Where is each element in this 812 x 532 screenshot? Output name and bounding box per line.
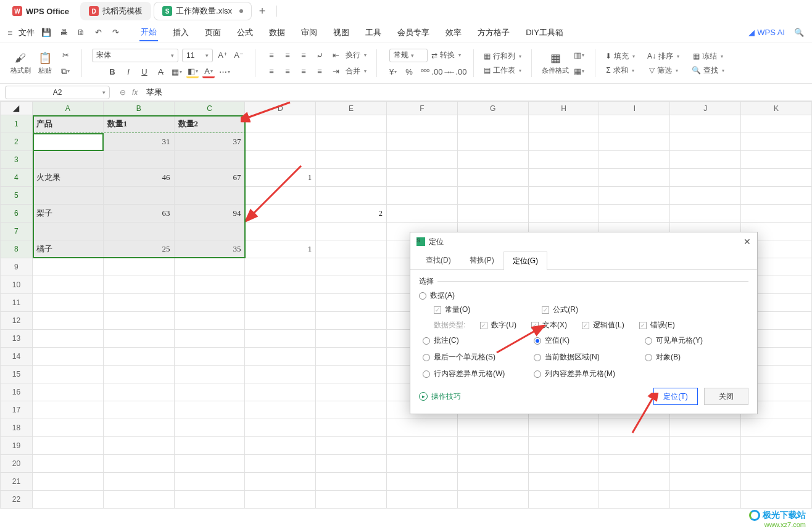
align-middle-icon[interactable]: ≡ xyxy=(281,49,294,62)
tips-link[interactable]: ▸操作技巧 xyxy=(419,391,461,402)
cell-I18[interactable] xyxy=(599,419,670,437)
cell-F21[interactable] xyxy=(387,473,458,491)
cell-A13[interactable] xyxy=(32,330,103,348)
cell-C6[interactable]: 94 xyxy=(174,205,245,223)
cell-J4[interactable] xyxy=(670,169,741,187)
cell-F3[interactable] xyxy=(387,151,458,169)
cell-F5[interactable] xyxy=(387,187,458,205)
cell-H4[interactable] xyxy=(528,169,599,187)
row-header-14[interactable]: 14 xyxy=(1,348,33,366)
phonetic-icon[interactable]: ⋯ xyxy=(218,66,231,78)
cell-E12[interactable] xyxy=(316,312,387,330)
cell-E21[interactable] xyxy=(316,473,387,491)
tab-formula[interactable]: 公式 xyxy=(236,25,254,41)
cell-C22[interactable] xyxy=(174,491,245,509)
cell-B20[interactable] xyxy=(103,455,174,473)
cell-A12[interactable] xyxy=(32,312,103,330)
cell-C11[interactable] xyxy=(174,294,245,312)
cell-B21[interactable] xyxy=(103,473,174,491)
cell-C15[interactable] xyxy=(174,366,245,383)
tab-templates[interactable]: D 找稻壳模板 xyxy=(80,2,151,20)
row-header-22[interactable]: 22 xyxy=(1,491,33,509)
cell-C1[interactable]: 数量2 xyxy=(174,115,245,133)
row-header-17[interactable]: 17 xyxy=(1,401,33,419)
cell-B4[interactable]: 46 xyxy=(103,169,174,187)
tab-review[interactable]: 审阅 xyxy=(300,25,318,41)
col-header-K[interactable]: K xyxy=(741,102,812,115)
format-painter-button[interactable]: 🖌格式刷 xyxy=(10,52,31,75)
cell-F19[interactable] xyxy=(387,437,458,455)
currency-icon[interactable]: ¥ xyxy=(387,66,399,78)
cell-D5[interactable] xyxy=(245,187,316,205)
border-icon[interactable]: ▦ xyxy=(170,66,183,78)
cell-A15[interactable] xyxy=(32,366,103,383)
cell-D20[interactable] xyxy=(245,455,316,473)
cell-A2[interactable]: 苹果 xyxy=(32,133,103,151)
col-header-D[interactable]: D xyxy=(245,102,316,115)
cell-K18[interactable] xyxy=(741,419,812,437)
cell-I19[interactable] xyxy=(599,437,670,455)
cell-D14[interactable] xyxy=(245,348,316,366)
cell-B9[interactable] xyxy=(103,258,174,276)
cell-E6[interactable]: 2 xyxy=(316,205,387,223)
row-header-20[interactable]: 20 xyxy=(1,455,33,473)
cell-B5[interactable] xyxy=(103,187,174,205)
cell-A8[interactable]: 橘子 xyxy=(32,240,103,258)
cell-E9[interactable] xyxy=(316,258,387,276)
cell-F1[interactable] xyxy=(387,115,458,133)
cell-B11[interactable] xyxy=(103,294,174,312)
cell-I2[interactable] xyxy=(599,133,670,151)
font-size-select[interactable]: 11▾ xyxy=(182,49,213,62)
cell-C4[interactable]: 67 xyxy=(174,169,245,187)
col-header-E[interactable]: E xyxy=(316,102,387,115)
cell-B10[interactable] xyxy=(103,276,174,294)
cell-B17[interactable] xyxy=(103,401,174,419)
cell-B13[interactable] xyxy=(103,330,174,348)
row-header-7[interactable]: 7 xyxy=(1,223,33,240)
cell-E22[interactable] xyxy=(316,491,387,509)
cell-C17[interactable] xyxy=(174,401,245,419)
cell-G20[interactable] xyxy=(457,455,528,473)
tab-diy[interactable]: DIY工具箱 xyxy=(524,25,565,41)
cell-D16[interactable] xyxy=(245,383,316,401)
tab-find[interactable]: 查找(D) xyxy=(416,251,460,269)
cell-F6[interactable] xyxy=(387,205,458,223)
row-header-18[interactable]: 18 xyxy=(1,419,33,437)
align-top-icon[interactable]: ≡ xyxy=(265,49,278,62)
cell-G21[interactable] xyxy=(457,473,528,491)
tab-goto[interactable]: 定位(G) xyxy=(503,252,547,270)
tab-workbook[interactable]: S 工作簿数量.xlsx xyxy=(154,2,252,20)
cell-J20[interactable] xyxy=(670,455,741,473)
cell-A5[interactable] xyxy=(32,187,103,205)
cell-B16[interactable] xyxy=(103,383,174,401)
rowcol-button[interactable]: ▦ 行和列 xyxy=(484,51,521,62)
cell-D21[interactable] xyxy=(245,473,316,491)
cell-A16[interactable] xyxy=(32,383,103,401)
cell-B15[interactable] xyxy=(103,366,174,383)
cell-D2[interactable] xyxy=(245,133,316,151)
cell-K19[interactable] xyxy=(741,437,812,455)
cell-D19[interactable] xyxy=(245,437,316,455)
row-header-12[interactable]: 12 xyxy=(1,312,33,330)
cell-C3[interactable] xyxy=(174,151,245,169)
col-header-I[interactable]: I xyxy=(599,102,670,115)
cell-A6[interactable]: 梨子 xyxy=(32,205,103,223)
cell-G1[interactable] xyxy=(457,115,528,133)
tab-efficiency[interactable]: 效率 xyxy=(444,25,463,41)
save-icon[interactable]: 💾 xyxy=(41,27,52,38)
cell-A22[interactable] xyxy=(32,491,103,509)
cell-A19[interactable] xyxy=(32,437,103,455)
cell-E4[interactable] xyxy=(316,169,387,187)
cell-H2[interactable] xyxy=(528,133,599,151)
cell-J22[interactable] xyxy=(670,491,741,509)
cell-G3[interactable] xyxy=(457,151,528,169)
cell-H19[interactable] xyxy=(528,437,599,455)
radio-coldiff[interactable]: 列内容差异单元格(M) xyxy=(534,369,645,379)
row-header-5[interactable]: 5 xyxy=(1,187,33,205)
cell-I22[interactable] xyxy=(599,491,670,509)
select-all-corner[interactable]: ◢ xyxy=(1,102,33,115)
cell-A3[interactable] xyxy=(32,151,103,169)
justify-icon[interactable]: ≡ xyxy=(313,65,326,78)
comma-icon[interactable]: ººº xyxy=(419,66,431,78)
increase-font-icon[interactable]: A⁺ xyxy=(217,49,229,62)
